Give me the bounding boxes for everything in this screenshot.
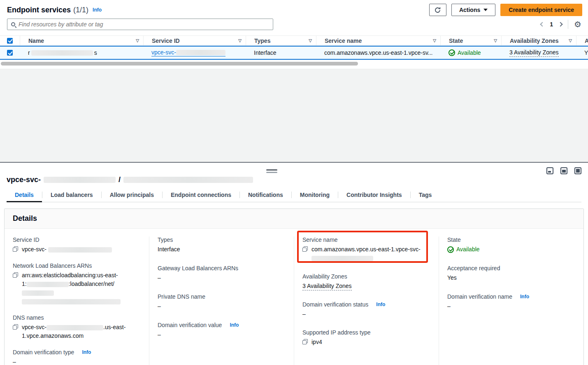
- horizontal-scrollbar[interactable]: [0, 60, 588, 68]
- panel-title: vpce-svc- /: [7, 175, 581, 184]
- tab-tags[interactable]: Tags: [411, 190, 440, 202]
- field-label: Service name: [302, 236, 430, 243]
- page-number[interactable]: 1: [550, 21, 553, 28]
- details-card: Details Service ID vpce-svc- Network: [4, 208, 584, 365]
- settings-gear-icon[interactable]: ⚙: [574, 20, 581, 28]
- table-row[interactable]: r s vpce-svc- Interface com.amazonaws.vp…: [0, 46, 588, 60]
- field-acceptance-required: Acceptance required Yes: [447, 265, 575, 282]
- state-value: Available: [456, 245, 480, 254]
- column-label: Service ID: [152, 37, 180, 44]
- field-availability-zones: Availability Zones 3 Availability Zones: [302, 273, 430, 290]
- column-header-state[interactable]: State ▽: [440, 36, 501, 45]
- availability-zones-link[interactable]: 3 Availability Zones: [302, 283, 352, 290]
- tab-details[interactable]: Details: [7, 190, 42, 202]
- field-value: –: [158, 302, 286, 311]
- copy-icon[interactable]: [302, 246, 308, 252]
- copy-icon[interactable]: [13, 272, 18, 278]
- field-label: Service ID: [13, 236, 141, 243]
- copy-icon[interactable]: [13, 246, 18, 252]
- tab-notifications[interactable]: Notifications: [240, 190, 291, 202]
- name-fragment: s: [94, 49, 97, 56]
- tab-allow-principals[interactable]: Allow principals: [102, 190, 162, 202]
- refresh-icon: [434, 7, 441, 14]
- cell-service-name: com.amazonaws.vpce.us-east-1.vpce-sv...: [316, 47, 440, 59]
- service-id-value: vpce-svc-: [22, 246, 46, 253]
- copy-icon[interactable]: [13, 324, 18, 330]
- panel-size-small-icon[interactable]: [546, 167, 553, 174]
- field-label: Gateway Load Balancers ARNs: [158, 265, 286, 271]
- dns-value: vpce-svc-: [22, 324, 46, 330]
- tab-endpoint-connections[interactable]: Endpoint connections: [163, 190, 239, 202]
- field-label: Availability Zones: [302, 273, 430, 280]
- cell-service-id: vpce-svc-: [143, 47, 246, 59]
- tab-bar: Details Load balancers Allow principals …: [7, 190, 581, 202]
- next-page-icon[interactable]: [558, 22, 562, 26]
- column-header-clipped[interactable]: A: [576, 36, 588, 45]
- field-label: Network Load Balancers ARNs: [13, 262, 141, 269]
- field-private-dns-name: Private DNS name –: [158, 293, 286, 311]
- actions-button[interactable]: Actions: [451, 4, 495, 16]
- column-header-name[interactable]: Name ▽: [20, 36, 143, 45]
- field-value: –: [302, 310, 430, 318]
- filter-arrow-icon[interactable]: ▽: [238, 38, 242, 43]
- redacted-value: [22, 290, 54, 296]
- list-section: Endpoint services (1/1) Info Actions Cre…: [0, 0, 588, 162]
- create-endpoint-service-button[interactable]: Create endpoint service: [500, 4, 582, 16]
- actions-button-label: Actions: [459, 7, 480, 13]
- refresh-button[interactable]: [429, 4, 446, 16]
- field-nlb-arns: Network Load Balancers ARNs arn:aws:elas…: [13, 262, 141, 306]
- filter-arrow-icon[interactable]: ▽: [494, 38, 497, 43]
- field-label: Domain verification name: [447, 293, 512, 300]
- copy-icon[interactable]: [302, 339, 308, 344]
- panel-drag-handle[interactable]: [266, 169, 277, 173]
- details-column-1: Service ID vpce-svc- Network Load Balanc…: [5, 236, 149, 365]
- column-header-service-id[interactable]: Service ID ▽: [143, 36, 246, 45]
- tab-load-balancers[interactable]: Load balancers: [42, 190, 101, 202]
- select-all-checkbox[interactable]: [7, 38, 13, 44]
- search-box[interactable]: [7, 19, 273, 30]
- redacted-value: [22, 299, 121, 304]
- state-value: Available: [458, 49, 481, 56]
- service-id-link[interactable]: vpce-svc-: [151, 49, 225, 56]
- filter-arrow-icon[interactable]: ▽: [309, 38, 312, 43]
- tab-contributor-insights[interactable]: Contributor Insights: [338, 190, 410, 202]
- filter-arrow-icon[interactable]: ▽: [569, 38, 572, 43]
- field-label: Types: [158, 236, 286, 243]
- info-link[interactable]: Info: [82, 349, 91, 355]
- divider: [568, 20, 568, 29]
- column-header-types[interactable]: Types ▽: [246, 36, 316, 45]
- panel-size-medium-icon[interactable]: [560, 167, 567, 174]
- field-label: Domain verification type: [13, 349, 74, 356]
- column-header-availability-zones[interactable]: Availability Zones ▽: [501, 36, 576, 45]
- row-checkbox[interactable]: [7, 50, 13, 56]
- field-service-id: Service ID vpce-svc-: [13, 236, 141, 254]
- redacted-name: [31, 50, 93, 56]
- tab-monitoring[interactable]: Monitoring: [292, 190, 338, 202]
- search-icon: [11, 22, 15, 26]
- filter-arrow-icon[interactable]: ▽: [433, 38, 436, 43]
- cell-state: Available: [440, 47, 501, 59]
- field-label: Private DNS name: [158, 293, 286, 300]
- filter-arrow-icon[interactable]: ▽: [136, 38, 139, 43]
- create-button-label: Create endpoint service: [509, 7, 574, 13]
- cell-availability-zones: 3 Availability Zones: [501, 47, 576, 59]
- column-header-service-name[interactable]: Service name ▽: [316, 36, 440, 45]
- column-label: A: [585, 37, 588, 44]
- split-panel: vpce-svc- / Details Load balancers Allow…: [0, 162, 588, 365]
- name-fragment: r: [28, 49, 30, 56]
- toolbar: 1 ⚙: [0, 18, 588, 30]
- info-link[interactable]: Info: [230, 322, 239, 328]
- panel-size-full-icon[interactable]: [574, 167, 581, 174]
- scrollbar-thumb[interactable]: [1, 62, 358, 66]
- previous-page-icon[interactable]: [540, 22, 545, 26]
- service-name-value: com.amazonaws.vpce.us-east-1.vpce-sv...: [324, 49, 433, 56]
- column-label: Service name: [325, 37, 362, 44]
- redacted-value: [48, 247, 112, 253]
- panel-title-prefix: vpce-svc-: [7, 175, 41, 184]
- availability-zones-link[interactable]: 3 Availability Zones: [509, 49, 559, 57]
- info-link[interactable]: Info: [93, 7, 102, 13]
- info-link[interactable]: Info: [376, 302, 385, 307]
- details-column-2: Types Interface Gateway Load Balancers A…: [149, 236, 294, 365]
- search-input[interactable]: [19, 21, 269, 28]
- info-link[interactable]: Info: [520, 294, 529, 299]
